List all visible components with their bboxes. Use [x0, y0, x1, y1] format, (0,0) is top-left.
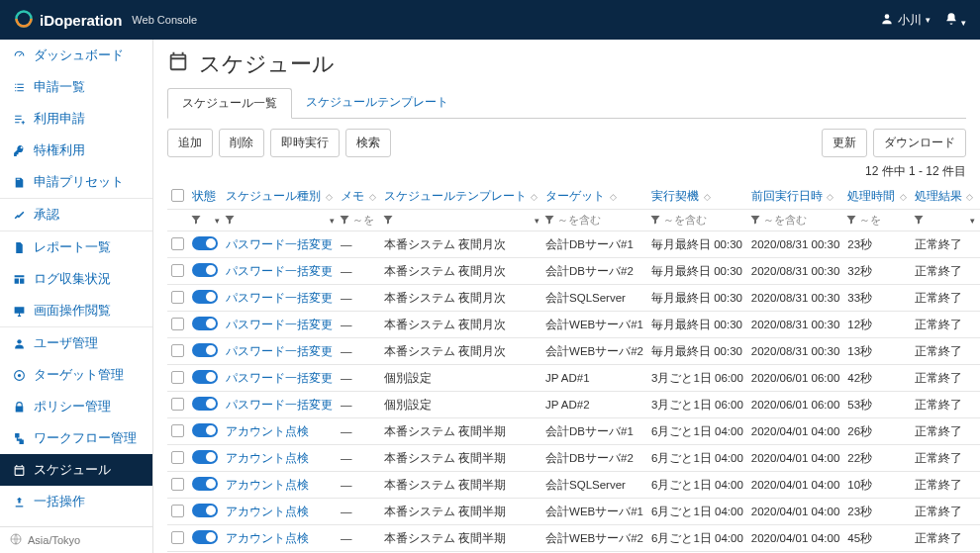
result-cell: 正常終了: [911, 231, 978, 258]
filter-icon[interactable]: [749, 214, 761, 228]
filter-input[interactable]: ～を含む: [557, 213, 601, 228]
row-checkbox[interactable]: [171, 424, 184, 437]
status-toggle[interactable]: [192, 290, 218, 304]
select-all-checkbox[interactable]: [171, 189, 184, 202]
prev-cell: 2020/04/01 04:00: [747, 499, 844, 525]
row-checkbox[interactable]: [171, 451, 184, 464]
chevron-down-icon[interactable]: ▾: [215, 216, 220, 226]
status-toggle[interactable]: [192, 370, 218, 384]
col-header-0[interactable]: 状態: [188, 184, 222, 210]
filter-icon[interactable]: [382, 214, 394, 228]
toolbar-left-btn-0[interactable]: 追加: [167, 129, 213, 157]
toolbar-right-btn-1[interactable]: ダウンロード: [873, 129, 966, 157]
sidebar-item-12[interactable]: ワークフロー管理: [0, 422, 152, 454]
status-toggle[interactable]: [192, 343, 218, 357]
filter-icon[interactable]: [649, 214, 661, 228]
row-checkbox[interactable]: [171, 398, 184, 411]
memo-cell: —: [337, 499, 380, 525]
schedule-type-link[interactable]: アカウント点検: [226, 479, 309, 491]
sidebar-item-10[interactable]: ターゲット管理: [0, 359, 152, 391]
sidebar-item-label: 申請一覧: [34, 78, 85, 96]
filter-input[interactable]: ～を: [352, 213, 374, 228]
tab-1[interactable]: スケジュールテンプレート: [292, 88, 462, 119]
status-toggle[interactable]: [192, 263, 218, 277]
col-header-8[interactable]: 処理結果 ◇: [911, 184, 978, 210]
toolbar-left-btn-2[interactable]: 即時実行: [270, 129, 340, 157]
notifications-button[interactable]: ▾: [944, 12, 966, 29]
row-checkbox[interactable]: [171, 505, 184, 517]
tab-0[interactable]: スケジュール一覧: [167, 88, 292, 119]
status-toggle[interactable]: [192, 317, 218, 330]
status-toggle[interactable]: [192, 530, 218, 544]
status-toggle[interactable]: [192, 450, 218, 464]
filter-icon[interactable]: [845, 214, 857, 228]
col-header-3[interactable]: スケジュールテンプレート ◇: [380, 184, 542, 210]
schedule-type-link[interactable]: パスワード一括変更: [226, 292, 333, 304]
chevron-down-icon[interactable]: ▾: [330, 216, 335, 226]
filter-icon[interactable]: [224, 214, 236, 228]
schedule-type-link[interactable]: パスワード一括変更: [226, 319, 333, 330]
sidebar-item-4[interactable]: 申請プリセット: [0, 166, 152, 198]
row-checkbox[interactable]: [171, 264, 184, 277]
schedule-type-link[interactable]: パスワード一括変更: [226, 372, 333, 384]
row-checkbox[interactable]: [171, 531, 184, 544]
filter-input[interactable]: ～を含む: [663, 213, 707, 228]
sidebar-item-0[interactable]: ダッシュボード: [0, 40, 152, 71]
sidebar-item-14[interactable]: 一括操作: [0, 486, 152, 517]
schedule-type-link[interactable]: パスワード一括変更: [226, 345, 333, 357]
sidebar-item-11[interactable]: ポリシー管理: [0, 391, 152, 422]
row-checkbox[interactable]: [171, 291, 184, 304]
list-icon: [12, 80, 26, 94]
chevron-down-icon[interactable]: ▾: [970, 216, 975, 226]
sidebar-item-7[interactable]: ログ収集状況: [0, 263, 152, 295]
filter-icon[interactable]: [339, 214, 350, 228]
schedule-type-link[interactable]: パスワード一括変更: [226, 399, 333, 411]
chevron-down-icon[interactable]: ▾: [535, 216, 539, 226]
row-checkbox[interactable]: [171, 478, 184, 491]
schedule-type-link[interactable]: パスワード一括変更: [226, 265, 333, 277]
toolbar-right-btn-0[interactable]: 更新: [822, 129, 867, 157]
main-area: ダッシュボード申請一覧利用申請特権利用申請プリセット承認レポート一覧ログ収集状況…: [0, 40, 980, 553]
col-header-1[interactable]: スケジュール種別 ◇: [222, 184, 337, 210]
filter-icon[interactable]: [913, 214, 925, 228]
table-row: パスワード一括変更—本番システム 夜間月次会計DBサーバ#2毎月最終日 00:3…: [167, 258, 980, 285]
status-toggle[interactable]: [192, 504, 218, 517]
row-checkbox[interactable]: [171, 371, 184, 384]
schedule-type-link[interactable]: アカウント点検: [226, 506, 309, 517]
sidebar-item-2[interactable]: 利用申請: [0, 103, 152, 135]
col-header-5[interactable]: 実行契機 ◇: [647, 184, 747, 210]
sidebar-item-5[interactable]: 承認: [0, 198, 152, 230]
sidebar-item-6[interactable]: レポート一覧: [0, 230, 152, 263]
status-toggle[interactable]: [192, 477, 218, 491]
row-checkbox[interactable]: [171, 318, 184, 330]
sidebar-item-13[interactable]: スケジュール: [0, 454, 152, 486]
sidebar-item-label: ワークフロー管理: [34, 429, 137, 447]
col-header-7[interactable]: 処理時間 ◇: [843, 184, 911, 210]
col-header-2[interactable]: メモ ◇: [337, 184, 380, 210]
filter-icon[interactable]: [190, 214, 202, 228]
timezone-label: Asia/Tokyo: [28, 534, 80, 546]
sidebar-item-15[interactable]: ログダウンロード: [0, 517, 152, 526]
toolbar-left-btn-3[interactable]: 検索: [345, 129, 391, 157]
filter-input[interactable]: ～を含む: [763, 213, 807, 228]
status-toggle[interactable]: [192, 236, 218, 250]
trigger-cell: 毎月最終日 00:30: [647, 231, 747, 258]
toolbar-left-btn-1[interactable]: 削除: [219, 129, 264, 157]
row-checkbox[interactable]: [171, 344, 184, 357]
status-toggle[interactable]: [192, 423, 218, 437]
col-header-4[interactable]: ターゲット ◇: [541, 184, 647, 210]
sidebar-item-8[interactable]: 画面操作閲覧: [0, 295, 152, 326]
sidebar-item-9[interactable]: ユーザ管理: [0, 326, 152, 359]
sidebar-item-3[interactable]: 特権利用: [0, 135, 152, 166]
sidebar-item-1[interactable]: 申請一覧: [0, 71, 152, 103]
status-toggle[interactable]: [192, 397, 218, 411]
row-checkbox[interactable]: [171, 237, 184, 250]
schedule-type-link[interactable]: パスワード一括変更: [226, 238, 333, 250]
filter-icon[interactable]: [543, 214, 555, 228]
schedule-type-link[interactable]: アカウント点検: [226, 425, 309, 437]
filter-input[interactable]: ～を: [859, 213, 881, 228]
col-header-6[interactable]: 前回実行日時 ◇: [747, 184, 844, 210]
schedule-type-link[interactable]: アカウント点検: [226, 532, 309, 544]
schedule-type-link[interactable]: アカウント点検: [226, 452, 309, 464]
user-menu[interactable]: 小川 ▾: [880, 12, 931, 29]
